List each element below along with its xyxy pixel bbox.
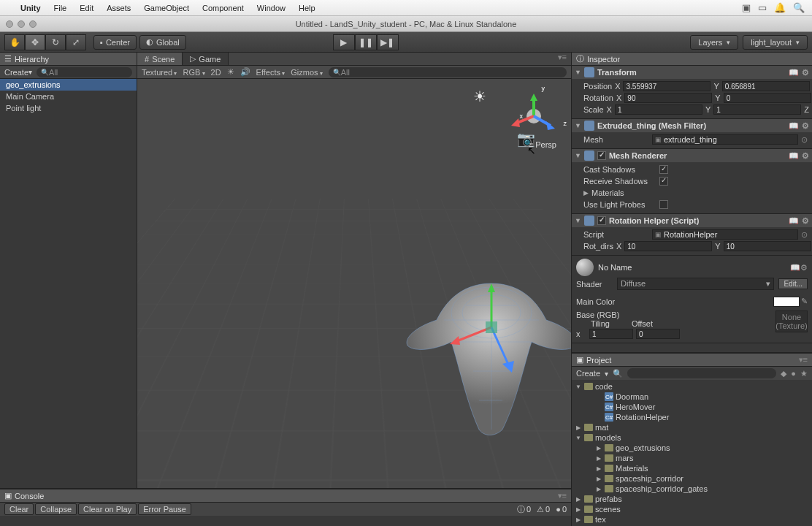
picker-icon[interactable]: ⊙ <box>801 135 808 145</box>
filter-icon[interactable]: ● <box>791 369 796 378</box>
pos-x[interactable] <box>623 81 710 91</box>
app-name[interactable]: Unity <box>20 4 41 12</box>
hierarchy-tab[interactable]: ☰ Hierarchy <box>0 53 137 66</box>
console-collapse[interactable]: Collapse <box>35 503 77 515</box>
shader-dropdown[interactable]: Diffuse ▾ <box>617 278 774 290</box>
gizmos-dropdown[interactable]: Gizmos <box>291 68 323 77</box>
menu-window[interactable]: Window <box>257 4 286 12</box>
menu-edit[interactable]: Edit <box>80 4 93 12</box>
offset-x[interactable] <box>636 329 680 339</box>
texture-slot[interactable]: None (Texture) <box>775 310 808 332</box>
tree-folder[interactable]: ▶prefabs <box>575 494 809 504</box>
script-enable[interactable] <box>597 216 606 225</box>
rotdir-y[interactable] <box>724 241 811 251</box>
rot-x[interactable] <box>624 93 712 103</box>
gear-icon[interactable]: ⚙ <box>802 216 809 226</box>
panel-menu-icon[interactable]: ▾≡ <box>554 53 571 65</box>
help-icon[interactable]: 📖 <box>790 263 800 272</box>
console-errorpause[interactable]: Error Pause <box>138 503 191 515</box>
orientation-gizmo[interactable] <box>508 91 559 142</box>
warn-count[interactable]: ⚠ 0 <box>537 504 550 515</box>
pos-y[interactable] <box>722 81 810 91</box>
help-icon[interactable]: 📖 <box>789 151 799 161</box>
scene-viewport[interactable]: ☀ 📷 x y z ≡ Persp ↖ <box>137 79 571 488</box>
meshrenderer-enable[interactable] <box>597 151 606 160</box>
hand-tool[interactable]: ✋ <box>4 34 25 50</box>
gear-icon[interactable]: ⚙ <box>802 121 809 131</box>
step-button[interactable]: ▶❚ <box>377 34 399 50</box>
menu-assets[interactable]: Assets <box>107 4 131 12</box>
main-color-swatch[interactable] <box>773 297 800 307</box>
tiling-x[interactable] <box>589 329 633 339</box>
space-toggle[interactable]: ◐ Global <box>139 35 186 50</box>
layout-dropdown[interactable]: light_layout <box>743 35 808 50</box>
rotate-tool[interactable]: ↻ <box>45 34 66 50</box>
hierarchy-search[interactable]: 🔍All <box>37 67 132 77</box>
play-button[interactable]: ▶ <box>333 34 355 50</box>
tree-script[interactable]: C#Doorman <box>575 392 809 402</box>
scale-x[interactable] <box>615 104 702 115</box>
tree-folder[interactable]: ▼models <box>575 432 809 443</box>
receive-shadows-check[interactable] <box>659 177 668 186</box>
tree-asset[interactable]: ▶spaceship_corridor <box>575 473 809 484</box>
gear-icon[interactable]: ⚙ <box>802 151 809 161</box>
hierarchy-item[interactable]: Main Camera <box>0 91 137 102</box>
traffic-lights[interactable] <box>6 20 37 28</box>
project-search[interactable] <box>627 368 776 378</box>
eyedropper-icon[interactable]: ✎ <box>801 297 808 307</box>
scale-y[interactable] <box>713 104 801 115</box>
favorite-icon[interactable]: ★ <box>800 369 808 378</box>
gear-icon[interactable]: ⚙ <box>802 68 809 77</box>
rotdir-x[interactable] <box>624 241 712 251</box>
menu-file[interactable]: File <box>54 4 67 12</box>
tree-folder[interactable]: ▶mat <box>575 422 809 432</box>
rot-y[interactable] <box>724 93 811 103</box>
tree-script[interactable]: C#HeroMover <box>575 402 809 412</box>
filter-icon[interactable]: ◆ <box>781 369 786 378</box>
pivot-toggle[interactable]: ▪ Center <box>93 35 137 50</box>
hierarchy-item[interactable]: Point light <box>0 102 137 114</box>
tree-folder[interactable]: ▶scenes <box>575 504 809 514</box>
tree-script[interactable]: C#RotationHelper <box>575 412 809 422</box>
error-count[interactable]: ● 0 <box>556 504 567 515</box>
pause-button[interactable]: ❚❚ <box>355 34 377 50</box>
game-tab[interactable]: ▷ Game <box>183 53 229 65</box>
layers-dropdown[interactable]: Layers <box>690 35 738 50</box>
move-tool[interactable]: ✥ <box>25 34 45 50</box>
scene-search[interactable]: 🔍All <box>329 67 567 77</box>
light-icon[interactable]: ☀ <box>227 67 234 77</box>
picker-icon[interactable]: ⊙ <box>801 230 808 240</box>
cast-shadows-check[interactable] <box>659 165 668 174</box>
info-count[interactable]: ⓘ 0 <box>517 504 531 515</box>
inspector-tab[interactable]: ⓘ Inspector <box>572 53 812 66</box>
project-create[interactable]: Create <box>576 369 600 378</box>
tree-folder[interactable]: ▶Materials <box>575 463 809 473</box>
console-clearonplay[interactable]: Clear on Play <box>78 503 137 515</box>
menu-component[interactable]: Component <box>202 4 244 12</box>
help-icon[interactable]: 📖 <box>789 121 799 131</box>
rgb-dropdown[interactable]: RGB <box>183 68 204 77</box>
menu-gameobject[interactable]: GameObject <box>144 4 189 12</box>
tree-asset[interactable]: ▶mars <box>575 453 809 463</box>
tree-folder[interactable]: ▶tex <box>575 514 809 525</box>
search-icon[interactable]: 🔍 <box>613 369 623 378</box>
hierarchy-create[interactable]: Create <box>4 68 28 77</box>
audio-icon[interactable]: 🔊 <box>240 67 250 77</box>
scene-tab[interactable]: # Scene <box>137 53 183 65</box>
2d-toggle[interactable]: 2D <box>211 68 221 77</box>
mesh-field[interactable]: extruded_thing <box>652 134 798 145</box>
help-icon[interactable]: 📖 <box>789 216 799 226</box>
tree-folder[interactable]: ▼code <box>575 381 809 392</box>
gear-icon[interactable]: ⚙ <box>800 263 808 272</box>
hierarchy-item[interactable]: geo_extrusions <box>0 79 137 91</box>
effects-dropdown[interactable]: Effects <box>256 68 286 77</box>
console-tab[interactable]: ▣ Console▾≡ <box>0 489 571 503</box>
tree-asset[interactable]: ▶geo_extrusions <box>575 443 809 453</box>
script-field[interactable]: RotationHelper <box>652 229 798 240</box>
scale-tool[interactable]: ⤢ <box>66 34 86 50</box>
project-tab[interactable]: ▣ Project▾≡ <box>572 354 812 367</box>
menu-help[interactable]: Help <box>299 4 315 12</box>
tree-asset[interactable]: ▶spaceship_corridor_gates <box>575 484 809 494</box>
shading-dropdown[interactable]: Textured <box>142 68 177 77</box>
light-probes-check[interactable] <box>659 200 668 209</box>
